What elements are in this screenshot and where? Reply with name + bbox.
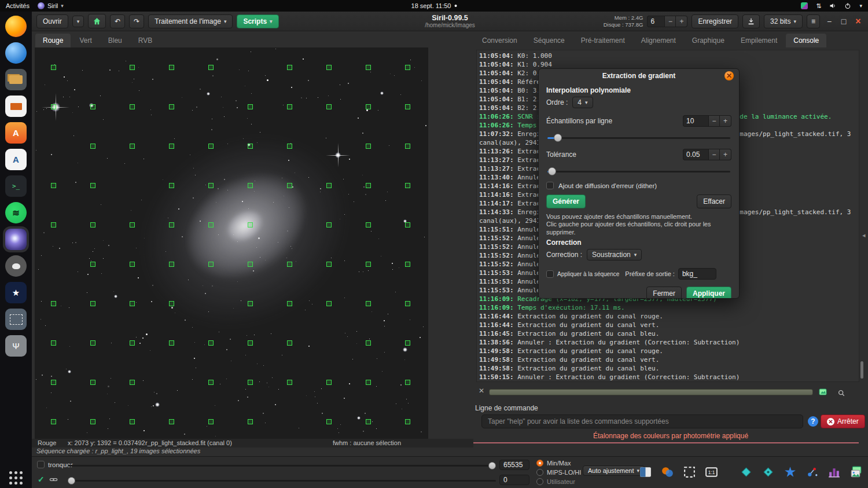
background-sample[interactable] — [130, 340, 135, 346]
radio-utilisateur[interactable] — [536, 478, 543, 485]
background-sample[interactable] — [326, 301, 332, 306]
close-window-button[interactable]: × — [853, 16, 863, 27]
tab-rvb[interactable]: RVB — [131, 34, 160, 47]
background-sample[interactable] — [169, 301, 174, 306]
app-menu-button[interactable]: Siril ▾ — [38, 2, 64, 9]
dock-item-gimp[interactable] — [5, 255, 27, 277]
find-icon[interactable] — [836, 388, 847, 398]
apply-sequence-checkbox[interactable] — [546, 270, 554, 278]
dock-item-usb[interactable] — [5, 335, 27, 357]
background-sample[interactable] — [326, 222, 332, 228]
background-sample[interactable] — [366, 222, 371, 228]
background-sample[interactable] — [90, 301, 95, 306]
prefix-input[interactable] — [678, 268, 716, 280]
background-sample[interactable] — [130, 262, 135, 267]
background-sample[interactable] — [248, 380, 253, 385]
background-sample[interactable] — [208, 222, 214, 228]
plus-icon[interactable]: + — [720, 115, 731, 127]
background-sample[interactable] — [366, 144, 371, 149]
save-as-button[interactable] — [742, 14, 760, 28]
dialog-apply-button[interactable]: Appliquer — [686, 287, 731, 299]
dock-item-software[interactable] — [5, 122, 27, 144]
background-sample[interactable] — [366, 380, 371, 385]
background-sample[interactable] — [405, 104, 410, 109]
color-calibration-icon[interactable] — [660, 465, 675, 479]
dock-item-terminal[interactable] — [5, 175, 27, 197]
dock-item-writer[interactable] — [5, 149, 27, 170]
background-sample[interactable] — [248, 183, 253, 188]
maximize-button[interactable]: □ — [838, 17, 849, 26]
background-sample[interactable] — [208, 65, 214, 70]
plus-icon[interactable]: + — [720, 149, 731, 160]
order-select[interactable]: 4 ▾ — [572, 97, 593, 108]
dialog-close-button[interactable]: Fermer — [646, 287, 682, 299]
background-sample[interactable] — [130, 301, 135, 306]
background-sample[interactable] — [51, 222, 56, 228]
background-sample[interactable] — [169, 104, 174, 109]
background-sample[interactable] — [208, 340, 214, 346]
image-processing-menu[interactable]: Traitement de l'image ▾ — [148, 14, 233, 28]
background-sample[interactable] — [130, 65, 135, 70]
bit-depth-select[interactable]: 32 bits ▾ — [764, 14, 803, 28]
background-sample[interactable] — [51, 340, 56, 346]
scripts-menu[interactable]: Scripts ▾ — [237, 14, 278, 28]
redo-button[interactable]: ↷ — [129, 14, 144, 28]
check-icon[interactable]: ✓ — [38, 475, 45, 484]
background-sample[interactable] — [208, 419, 214, 424]
export-log-icon[interactable] — [818, 387, 828, 397]
undo-button[interactable]: ↶ — [110, 14, 125, 28]
tab-pretraitement[interactable]: Pré-traitement — [573, 34, 632, 47]
high-value-input[interactable] — [499, 460, 529, 470]
sample-tag-icon[interactable] — [761, 465, 775, 479]
background-sample[interactable] — [326, 262, 332, 267]
open-dropdown-button[interactable]: ▾ — [72, 16, 84, 27]
background-sample[interactable] — [405, 380, 410, 385]
background-sample[interactable] — [287, 380, 292, 385]
background-sample[interactable] — [326, 380, 332, 385]
minus-icon[interactable]: − — [708, 115, 720, 127]
background-sample[interactable] — [130, 419, 135, 424]
background-sample[interactable] — [169, 222, 174, 228]
background-sample[interactable] — [287, 262, 292, 267]
minus-icon[interactable]: − — [708, 149, 720, 160]
dock-item-stellarium[interactable] — [5, 282, 27, 303]
background-sample[interactable] — [248, 262, 253, 267]
dock-item-impress[interactable] — [5, 96, 27, 117]
background-sample[interactable] — [208, 144, 214, 149]
background-sample[interactable] — [169, 65, 174, 70]
background-sample[interactable] — [169, 262, 174, 267]
background-sample[interactable] — [287, 301, 292, 306]
background-sample[interactable] — [405, 65, 410, 70]
background-sample[interactable] — [130, 222, 135, 228]
image-canvas[interactable] — [35, 47, 428, 439]
background-sample[interactable] — [287, 65, 292, 70]
stop-button[interactable]: ✕ Arrêter — [821, 414, 865, 428]
tolerance-input[interactable] — [683, 149, 708, 160]
background-sample[interactable] — [287, 183, 292, 188]
background-sample[interactable] — [366, 419, 371, 424]
background-sample[interactable] — [130, 144, 135, 149]
background-sample[interactable] — [326, 183, 332, 188]
truncate-checkbox[interactable] — [37, 461, 45, 468]
background-sample[interactable] — [326, 419, 332, 424]
background-sample[interactable] — [405, 222, 410, 228]
radio-minmax[interactable] — [536, 460, 543, 467]
background-sample[interactable] — [366, 340, 371, 346]
background-sample[interactable] — [287, 104, 292, 109]
dock-item-siril[interactable] — [5, 229, 27, 250]
dither-checkbox[interactable] — [546, 182, 554, 189]
background-sample[interactable] — [366, 104, 371, 109]
tray-app-icon[interactable] — [801, 2, 808, 9]
background-sample[interactable] — [169, 340, 174, 346]
tab-empilement[interactable]: Empilement — [733, 34, 785, 47]
selection-icon[interactable] — [682, 465, 697, 479]
background-sample[interactable] — [90, 262, 95, 267]
background-sample[interactable] — [366, 301, 371, 306]
background-sample[interactable] — [208, 262, 214, 267]
chain-link-icon[interactable] — [49, 475, 58, 486]
tab-console[interactable]: Console — [786, 34, 826, 47]
background-sample[interactable] — [90, 144, 95, 149]
background-sample[interactable] — [130, 380, 135, 385]
show-apps-button[interactable] — [9, 471, 23, 485]
background-sample[interactable] — [287, 144, 292, 149]
